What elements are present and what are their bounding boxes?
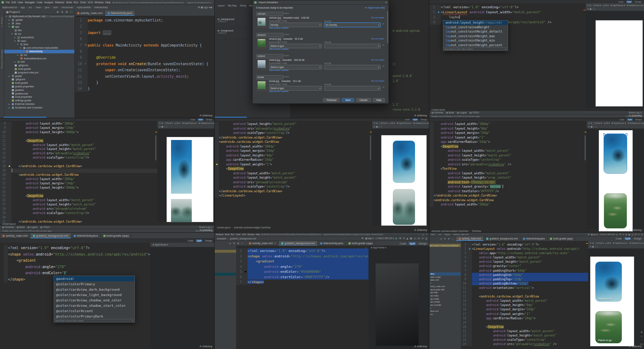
mode-split-button[interactable]: Split (627, 118, 633, 121)
breadcrumb-item[interactable]: LinearLayout (2, 223, 16, 225)
toolbar-icon-4[interactable]: ▦ (410, 237, 412, 240)
toolbar-icon-0[interactable]: ▶ (396, 237, 397, 240)
project-dropdown[interactable]: ▦ Project ▾ (6, 10, 20, 14)
toolbar-icon-6[interactable]: ⊕ (418, 237, 420, 240)
magnifier-icon[interactable]: ⊙ Q (159, 122, 163, 124)
mode-design-button[interactable]: Design (634, 118, 643, 121)
add-another-qualifier-link[interactable]: Add another qualifier (269, 90, 289, 92)
toolbar-icon-7[interactable]: ⊙ (638, 233, 640, 236)
autocomplete-item[interactable]: @color/cardview_shadow_end_color (54, 297, 135, 303)
tree-item-build-gradle[interactable]: build.gradle (4, 81, 74, 85)
java-editor[interactable]: 1package com.vinnorman.mybucketlist;23im… (75, 16, 215, 92)
design-zoom-controls[interactable]: ⊙ ▣ ─ ┆ (590, 245, 598, 248)
toolbar-icon-3[interactable]: ■ (626, 233, 627, 236)
tree-item-app[interactable]: ▾app (4, 25, 74, 29)
api-chip[interactable]: ▴ 29 ▾ (603, 4, 609, 6)
tree-item-proguard-rules-pro[interactable]: proguard-rules.pro (4, 71, 74, 74)
toolbar-icon-5[interactable]: ◫ (631, 233, 633, 236)
editor-area[interactable]: 1<?xml version="1.0" encoding="utf-8"?>2… (236, 246, 369, 349)
tree-item-java[interactable]: ▾java (4, 43, 74, 46)
device-chip[interactable]: ▯ Pixel ▾ (594, 122, 602, 124)
preview-card-amazon[interactable] (604, 193, 627, 228)
project-header-icons[interactable]: ◎ ⇅ ⚙ ─ (215, 242, 247, 245)
editor-area[interactable]: 8 android:layout_width="200dp"9 android:… (0, 121, 157, 222)
locale-chip[interactable]: ⊕ Default (en-us) ▾ (198, 122, 215, 124)
import-more-files-link[interactable]: ▼ Import more files (365, 6, 385, 9)
device-chip[interactable]: ▯ Pixel ▾ (165, 122, 173, 124)
autocomplete-item[interactable]: layout_constraintHeight_default (443, 29, 508, 34)
autocomplete-item[interactable]: layout_constrainedHeight (443, 25, 508, 30)
do-not-import-link[interactable]: Do not import (371, 80, 384, 82)
status-terminal-button[interactable]: ▤ Terminal (431, 111, 443, 114)
cancel-button[interactable]: Cancel (356, 98, 371, 102)
theme-chip[interactable]: ⊕ AppTheme ▾ (397, 122, 411, 124)
mode-code-button[interactable]: Code (189, 118, 196, 121)
mode-code-button[interactable]: Code (187, 239, 195, 242)
tree-item-5[interactable]: ap-anydpi-v26 (429, 288, 461, 291)
tab-activity-main-xml[interactable]: activity_main.xml× (247, 241, 279, 246)
tree-item-scratches-and-consoles[interactable]: ▸Scratches and Consoles (4, 106, 74, 110)
menu-refactor[interactable]: Refactor (216, 233, 224, 236)
tree-item-androidtest[interactable]: ▸androidTest (4, 36, 74, 39)
status-terminal-button[interactable]: ▤ Terminal (2, 226, 14, 229)
menu-build[interactable]: Build (225, 233, 229, 236)
autocomplete-item[interactable]: android:layout_height(required) (443, 20, 508, 25)
resource-name-input[interactable]: kerala (256, 75, 283, 79)
tab-close-icon[interactable]: × (274, 242, 276, 245)
status-build-button[interactable]: ▤ Build (446, 111, 454, 114)
toolbar-icon-3[interactable]: ■ (407, 237, 408, 240)
editor-area[interactable]: 1<?xml version="1.0" encoding="utf-8"?>2… (461, 241, 588, 349)
breadcrumb-item[interactable]: src (29, 6, 32, 9)
tree-item-2[interactable]: able-v24 (429, 278, 461, 282)
preview-card-things-to-do[interactable]: Things to do (595, 262, 622, 302)
autocomplete-item[interactable]: @android: (54, 276, 135, 281)
next-button[interactable]: Next (342, 98, 354, 102)
magnifier-icon[interactable]: ⊙ Q (587, 4, 591, 6)
tab-build-gradle-app-[interactable]: build.gradle (app) (101, 233, 132, 238)
mode-code-button[interactable]: Code (619, 118, 625, 121)
mode-split-button[interactable]: Split (412, 118, 418, 121)
tab-activity-main-xml[interactable]: activity_main.xml (0, 233, 30, 238)
theme-chip[interactable]: ⊕ AppTheme ▾ (611, 122, 626, 124)
menu-file[interactable]: File (6, 1, 10, 4)
tree-item-8[interactable]: ap-xhdpi (429, 297, 461, 301)
gradient-preview[interactable] (376, 263, 419, 346)
tree-item-src[interactable]: ▾src (4, 32, 74, 36)
breadcrumb-item[interactable]: LinearLayout (217, 226, 230, 229)
breadcrumb-item[interactable]: layout (445, 233, 450, 236)
menu-tools[interactable]: Tools (236, 233, 240, 236)
help-button[interactable]: Help (373, 98, 385, 102)
locale-chip[interactable]: ⊕ Default (en-us) ▾ (628, 122, 644, 124)
tree-item-external-libraries[interactable]: ▸External Libraries (4, 102, 74, 106)
toolbar-icon-2[interactable]: ↻ (623, 233, 624, 236)
magnifier-icon[interactable]: ⊙ Q (590, 242, 594, 244)
add-another-qualifier-link[interactable]: Add another qualifier (269, 27, 289, 29)
tree-item-0[interactable]: dive (429, 272, 461, 276)
tree-item-settings-gradle[interactable]: settings.gradle (4, 99, 74, 102)
tree-item-12[interactable]: ifest.xml (429, 310, 461, 313)
tree-item--idea[interactable]: ▸.idea (4, 22, 74, 25)
breadcrumb-item[interactable]: activity_main.xml (454, 233, 469, 236)
menu-tools[interactable]: Tools (80, 1, 86, 4)
add-another-qualifier-link[interactable]: Add another qualifier (269, 69, 289, 71)
project-tree[interactable]: ▾MyBucketList [My Bucket List] C:\Users\… (4, 15, 74, 110)
tree-item--gitignore[interactable]: .gitignore (4, 78, 74, 81)
mode-code-button[interactable]: Code (399, 242, 407, 245)
design-zoom-controls[interactable]: ⊙ ▣ ─ ┆ (587, 8, 596, 10)
tree-item-libs[interactable]: libs (4, 29, 74, 32)
xml-editor[interactable]: android:layout_width="200dp" android:lay… (429, 121, 587, 207)
do-not-import-link[interactable]: Do not import (371, 59, 384, 61)
breadcrumb-item[interactable]: main (431, 233, 435, 236)
menu-edit[interactable]: Edit (11, 1, 16, 4)
value-dropdown[interactable]: ▾ (324, 86, 381, 91)
menu-run[interactable]: Run (231, 233, 234, 236)
tree-item-main[interactable]: ▾main (4, 39, 74, 43)
device-chip[interactable]: ▯ Pixel ▾ (595, 242, 604, 244)
toolbar-icon-6[interactable]: ⊕ (635, 233, 637, 236)
mode-design-button[interactable]: Design (633, 237, 643, 240)
menu-vcs[interactable]: VCS (88, 1, 93, 4)
locale-chip[interactable]: ⊕ Default (en-us) ▾ (626, 4, 644, 6)
tab-build-gradle-app-[interactable]: build.gradle (app) (346, 241, 375, 246)
menu-vcs[interactable]: VCS (242, 233, 246, 236)
xml-editor[interactable]: 1<?xml version="1.0" encoding="utf-8"?>2… (236, 246, 369, 285)
